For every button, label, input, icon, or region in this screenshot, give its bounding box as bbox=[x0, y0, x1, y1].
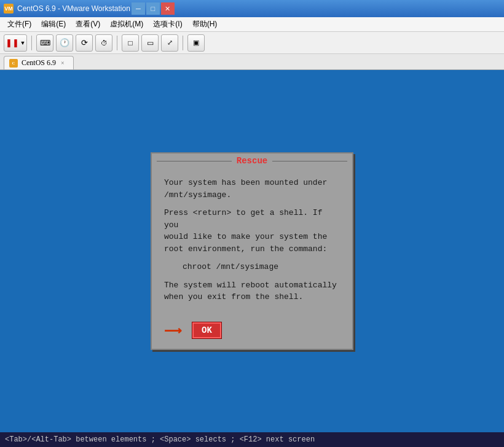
titlebar: VM CentOS 6.9 - VMware Workstation ─ □ ✕ bbox=[0, 0, 504, 17]
stretch-button[interactable]: ⤢ bbox=[161, 34, 178, 52]
menu-file[interactable]: 文件(F) bbox=[2, 18, 36, 31]
keyboard-icon: ⌨ bbox=[40, 39, 50, 47]
title-line-right bbox=[272, 161, 347, 161]
toolbar-separator-2 bbox=[117, 36, 117, 50]
revert-button[interactable]: ⟳ bbox=[76, 34, 93, 52]
tab-label: CentOS 6.9 bbox=[22, 58, 56, 68]
fullscreen-button[interactable]: □ bbox=[122, 34, 139, 52]
fullscreen-icon: □ bbox=[128, 39, 132, 47]
shortcuts-text: <Tab>/<Alt-Tab> between elements ; <Spac… bbox=[5, 435, 315, 444]
pause-button[interactable]: ❚❚ ▼ bbox=[4, 34, 27, 52]
titlebar-title: CentOS 6.9 - VMware Workstation bbox=[17, 4, 130, 13]
rescue-title-bar: Rescue bbox=[152, 154, 352, 168]
app-icon: VM bbox=[4, 4, 14, 14]
unity-icon: ▭ bbox=[147, 39, 154, 47]
minimize-button[interactable]: ─ bbox=[132, 2, 145, 15]
menu-tabs[interactable]: 选项卡(I) bbox=[148, 18, 187, 31]
main-content: Rescue Your system has been mounted unde… bbox=[0, 70, 504, 447]
ok-arrow-icon: ⟶ bbox=[164, 323, 182, 338]
rescue-title-text: Rescue bbox=[237, 156, 267, 166]
menu-help[interactable]: 帮助(H) bbox=[187, 18, 222, 31]
ok-button[interactable]: OK bbox=[192, 322, 222, 339]
toolbar-separator-3 bbox=[183, 36, 183, 50]
toolbar-separator-1 bbox=[31, 36, 32, 50]
vm-tab[interactable]: C CentOS 6.9 × bbox=[4, 56, 74, 69]
title-line-left bbox=[157, 161, 232, 161]
menu-edit[interactable]: 编辑(E) bbox=[36, 18, 71, 31]
rescue-text-2: Press <return> to get a shell. If you wo… bbox=[164, 207, 340, 255]
rescue-command: chroot /mnt/sysimage bbox=[183, 261, 340, 273]
rescue-text-3: The system will reboot automatically whe… bbox=[164, 279, 340, 303]
timer-icon: ⏱ bbox=[101, 39, 108, 47]
rescue-text-1: Your system has been mounted under /mnt/… bbox=[164, 177, 340, 201]
stretch-icon: ⤢ bbox=[167, 39, 173, 47]
send-keys-button[interactable]: ⌨ bbox=[36, 34, 53, 52]
menubar: 文件(F) 编辑(E) 查看(V) 虚拟机(M) 选项卡(I) 帮助(H) bbox=[0, 17, 504, 32]
tabbar: C CentOS 6.9 × bbox=[0, 54, 504, 70]
clock-icon: 🕐 bbox=[60, 38, 69, 47]
close-button[interactable]: ✕ bbox=[161, 2, 175, 15]
snapshot-button[interactable]: 🕐 bbox=[56, 34, 73, 52]
rescue-dialog: Rescue Your system has been mounted unde… bbox=[151, 152, 353, 350]
tab-icon: C bbox=[9, 59, 18, 68]
keyboard-shortcuts-bar: <Tab>/<Alt-Tab> between elements ; <Spac… bbox=[0, 432, 504, 447]
maximize-button[interactable]: □ bbox=[146, 2, 160, 15]
display-button[interactable]: ▣ bbox=[187, 34, 205, 52]
rescue-buttons-area: ⟶ OK bbox=[152, 317, 352, 349]
revert-icon: ⟳ bbox=[81, 38, 88, 47]
vm-display-area[interactable]: Rescue Your system has been mounted unde… bbox=[0, 70, 504, 432]
menu-view[interactable]: 查看(V) bbox=[71, 18, 105, 31]
pause-dropdown-icon: ▼ bbox=[20, 40, 26, 46]
pause-icon: ❚❚ bbox=[6, 38, 19, 47]
menu-vm[interactable]: 虚拟机(M) bbox=[105, 18, 148, 31]
tab-close-button[interactable]: × bbox=[60, 60, 66, 66]
display-icon: ▣ bbox=[193, 39, 199, 47]
toolbar: ❚❚ ▼ ⌨ 🕐 ⟳ ⏱ □ ▭ ⤢ ▣ bbox=[0, 32, 504, 54]
unity-button[interactable]: ▭ bbox=[141, 34, 159, 52]
timer-button[interactable]: ⏱ bbox=[95, 34, 112, 52]
rescue-dialog-content: Your system has been mounted under /mnt/… bbox=[152, 168, 352, 317]
